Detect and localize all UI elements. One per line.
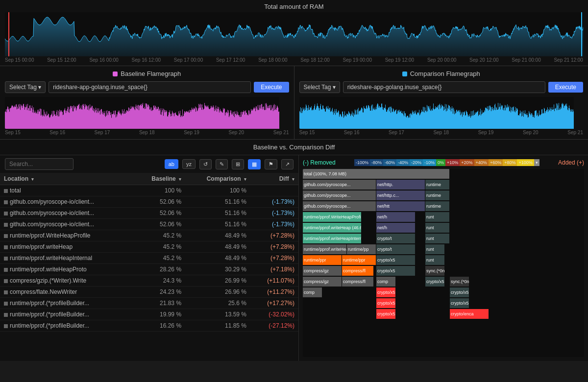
comparison-header: Comparison Flamegraph <box>299 70 584 77</box>
diff-legend: (-) Removed -100%-80%-60%-40%-20%-10%0%+… <box>303 159 584 166</box>
baseline-title: Baseline Flamegraph <box>121 70 181 77</box>
baseline-dot <box>113 72 118 76</box>
col-baseline[interactable]: Baseline ▾ <box>134 173 185 185</box>
diff-toolbar: ab yz ↺ ✎ ⊞ ▦ ⚑ ↗ <box>0 155 298 173</box>
toolbar-btn-grid[interactable]: ⊞ <box>232 159 244 169</box>
location-sort-icon: ▾ <box>31 177 34 182</box>
baseline-controls: Select Tag ▾ Execute <box>5 81 289 93</box>
table-row[interactable]: runtime/pprof.writeHeapInternal 45.2 % 4… <box>0 253 298 264</box>
scale-label: -40% <box>396 159 410 166</box>
diff-flame-container <box>303 169 584 357</box>
scale-label: ▾ <box>534 159 539 166</box>
flamegraph-row: Baseline Flamegraph Select Tag ▾ Execute… <box>0 66 588 140</box>
baseline-select-tag[interactable]: Select Tag ▾ <box>5 81 46 93</box>
ram-chart <box>5 12 583 56</box>
scale-label: +60% <box>489 159 503 166</box>
scale-label: +20% <box>460 159 474 166</box>
toolbar-btn-undo[interactable]: ↺ <box>199 159 212 169</box>
table-row[interactable]: compress/flate.NewWriter 24.23 % 26.96 %… <box>0 286 298 298</box>
table-row[interactable]: runtime/pprof.(*profileBuilder... 16.26 … <box>0 320 298 332</box>
scale-label: 0% <box>436 159 445 166</box>
table-row[interactable]: runtime/pprof.WriteHeapProfile 45.2 % 48… <box>0 230 298 241</box>
ram-title: Total amount of RAM <box>5 3 583 10</box>
table-scroll[interactable]: Location ▾ Baseline ▾ Comparison ▾ <box>0 173 298 361</box>
scale-label: -60% <box>383 159 396 166</box>
table-row[interactable]: runtime/pprof.writeHeapProto 28.26 % 30.… <box>0 264 298 275</box>
col-diff[interactable]: Diff ▾ <box>250 173 298 185</box>
legend-removed: (-) Removed <box>303 159 336 166</box>
comparison-chart <box>299 97 584 129</box>
toolbar-btn-yz[interactable]: yz <box>182 159 196 169</box>
comparison-timeline: Sep 15Sep 16Sep 17Sep 18Sep 19Sep 20Sep … <box>299 129 584 135</box>
table-row[interactable]: runtime/pprof.(*profileBuilder... 21.83 … <box>0 298 298 309</box>
diff-body: ab yz ↺ ✎ ⊞ ▦ ⚑ ↗ Location ▾ <box>0 155 588 361</box>
scale-label: -100% <box>354 159 370 166</box>
toolbar-btn-edit[interactable]: ✎ <box>216 159 228 169</box>
comparison-controls: Select Tag ▾ Execute <box>299 81 584 93</box>
baseline-panel: Baseline Flamegraph Select Tag ▾ Execute… <box>0 66 294 139</box>
comparison-metric-input[interactable] <box>343 81 545 93</box>
diff-viz: (-) Removed -100%-80%-60%-40%-20%-10%0%+… <box>299 155 588 361</box>
scale-label: -10% <box>423 159 436 166</box>
diff-sort-icon: ▾ <box>292 177 294 182</box>
diff-section: Baseline vs. Comparison Diff ab yz ↺ ✎ ⊞… <box>0 140 588 361</box>
col-location[interactable]: Location ▾ <box>0 173 134 185</box>
table-row[interactable]: github.com/pyroscope-io/client... 52.06 … <box>0 219 298 230</box>
comparison-panel: Comparison Flamegraph Select Tag ▾ Execu… <box>294 66 588 139</box>
toolbar-btn-flag[interactable]: ⚑ <box>265 159 277 169</box>
scale-label: -80% <box>370 159 383 166</box>
baseline-header: Baseline Flamegraph <box>5 70 289 77</box>
search-input[interactable] <box>5 158 74 170</box>
table-row[interactable]: runtime/pprof.(*profileBuilder... 19.99 … <box>0 309 298 320</box>
table-row[interactable]: compress/gzip.(*Writer).Write 24.3 % 26.… <box>0 275 298 286</box>
scale-label: +40% <box>474 159 489 166</box>
scale-label: -20% <box>410 159 423 166</box>
comparison-execute-btn[interactable]: Execute <box>548 82 583 93</box>
baseline-chart <box>5 97 289 129</box>
table-row[interactable]: runtime/pprof.writeHeap 45.2 % 48.49 % (… <box>0 241 298 253</box>
diff-table-wrap: ab yz ↺ ✎ ⊞ ▦ ⚑ ↗ Location ▾ <box>0 155 299 361</box>
table-row[interactable]: github.com/pyroscope-io/client... 52.06 … <box>0 208 298 219</box>
toolbar-btn-export[interactable]: ↗ <box>281 159 294 169</box>
col-comparison[interactable]: Comparison ▾ <box>185 173 250 185</box>
baseline-timeline: Sep 15Sep 16Sep 17Sep 18Sep 19Sep 20Sep … <box>5 129 289 135</box>
diff-title: Baseline vs. Comparison Diff <box>0 140 588 155</box>
comparison-sort-icon: ▾ <box>244 177 246 182</box>
scale-label: +10% <box>445 159 460 166</box>
diff-scale: -100%-80%-60%-40%-20%-10%0%+10%+20%+40%+… <box>354 159 539 166</box>
toolbar-btn-table[interactable]: ▦ <box>248 159 261 169</box>
baseline-execute-btn[interactable]: Execute <box>254 82 289 93</box>
comparison-select-tag[interactable]: Select Tag ▾ <box>299 81 340 93</box>
baseline-metric-input[interactable] <box>49 81 251 93</box>
ram-section: Total amount of RAM Sep 15 00:00Sep 15 1… <box>0 0 588 66</box>
comparison-title: Comparison Flamegraph <box>410 70 480 77</box>
ram-timeline: Sep 15 00:00Sep 15 12:00Sep 16 00:00Sep … <box>5 56 583 64</box>
table-row[interactable]: github.com/pyroscope-io/client... 52.06 … <box>0 196 298 208</box>
scale-label: +100% <box>517 159 534 166</box>
toolbar-btn-ab[interactable]: ab <box>165 159 178 169</box>
scale-label: +80% <box>503 159 517 166</box>
legend-added: Added (+) <box>558 159 584 166</box>
comparison-dot <box>402 72 407 76</box>
table-row[interactable]: total 100 % 100 % <box>0 185 298 196</box>
diff-table: Location ▾ Baseline ▾ Comparison ▾ <box>0 173 298 332</box>
baseline-sort-icon: ▾ <box>179 177 181 182</box>
